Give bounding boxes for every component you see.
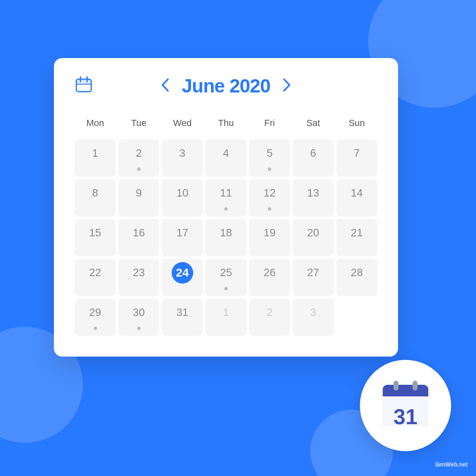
day-cell[interactable]: 10 [162, 179, 203, 216]
day-number: 19 [264, 226, 276, 239]
day-cell[interactable]: 23 [118, 259, 159, 296]
event-dot [268, 207, 271, 211]
svg-rect-7 [383, 391, 428, 396]
day-number: 3 [310, 306, 316, 319]
calendar-header: June 2020 [75, 75, 377, 97]
day-number: 12 [264, 187, 276, 199]
day-number: 7 [354, 147, 359, 160]
svg-text:31: 31 [393, 405, 418, 429]
day-cell[interactable]: 7 [336, 139, 377, 177]
day-number: 10 [176, 187, 188, 199]
day-cell[interactable]: 8 [75, 179, 116, 216]
day-cell[interactable]: 1 [205, 299, 246, 336]
day-number: 1 [92, 147, 98, 160]
event-dot [224, 287, 228, 290]
day-cell[interactable]: 31 [162, 299, 203, 336]
day-number: 13 [307, 187, 319, 199]
calendar-grid: MonTueWedThuFriSatSun1234567891011121314… [75, 114, 377, 336]
day-cell[interactable] [336, 299, 377, 336]
day-header: Thu [205, 114, 246, 137]
prev-month-button[interactable] [161, 78, 169, 94]
day-header: Fri [249, 114, 290, 137]
day-number: 8 [92, 187, 98, 199]
day-number: 27 [307, 266, 319, 279]
day-number: 30 [133, 306, 145, 319]
day-header: Sun [336, 114, 377, 137]
day-number: 26 [264, 266, 276, 279]
event-dot [137, 327, 141, 330]
day-number: 29 [89, 306, 101, 319]
day-cell[interactable]: 5 [249, 139, 290, 177]
svg-rect-10 [393, 381, 398, 391]
day-header: Mon [75, 114, 116, 137]
day-cell[interactable]: 13 [293, 179, 334, 216]
day-number: 20 [307, 226, 319, 239]
day-cell[interactable]: 25 [205, 259, 246, 296]
day-cell[interactable]: 18 [205, 219, 246, 256]
day-cell[interactable]: 6 [293, 139, 334, 177]
day-cell[interactable]: 11 [205, 179, 246, 216]
day-header: Tue [118, 114, 159, 137]
day-number: 2 [267, 306, 272, 319]
day-cell[interactable]: 29 [75, 299, 116, 336]
svg-rect-1 [76, 79, 91, 84]
day-number: 23 [133, 266, 145, 279]
day-number: 15 [89, 226, 101, 239]
day-cell[interactable]: 12 [249, 179, 290, 216]
day-cell[interactable]: 2 [118, 139, 159, 177]
day-cell[interactable]: 24 [162, 259, 203, 296]
day-cell[interactable]: 22 [75, 259, 116, 296]
day-number: 9 [136, 187, 141, 199]
day-header: Wed [162, 114, 203, 137]
event-dot [268, 168, 271, 171]
watermark: làmWeb.net [435, 461, 468, 468]
calendar-nav: June 2020 [161, 75, 291, 97]
next-month-button[interactable] [283, 78, 291, 94]
day-cell[interactable]: 2 [249, 299, 290, 336]
day-number: 3 [180, 147, 185, 160]
day-cell[interactable]: 27 [293, 259, 334, 296]
day-cell[interactable]: 16 [118, 219, 159, 256]
day-number: 21 [351, 226, 363, 239]
day-number: 31 [176, 306, 188, 319]
calendar-title: June 2020 [182, 75, 270, 97]
day-number: 28 [351, 266, 363, 279]
day-cell[interactable]: 19 [249, 219, 290, 256]
day-cell[interactable]: 3 [293, 299, 334, 336]
day-number: 1 [223, 306, 229, 319]
day-cell[interactable]: 9 [118, 179, 159, 216]
day-number: 4 [223, 147, 229, 160]
day-number: 17 [176, 226, 188, 239]
day-cell[interactable]: 21 [336, 219, 377, 256]
day-cell[interactable]: 15 [75, 219, 116, 256]
day-cell[interactable]: 1 [75, 139, 116, 177]
calendar-card: June 2020 MonTueWedThuFriSatSun123456789… [54, 58, 398, 357]
day-number: 25 [220, 266, 232, 279]
day-number: 14 [351, 187, 363, 199]
svg-rect-11 [413, 381, 418, 391]
event-dot [137, 168, 141, 171]
day-number: 5 [267, 147, 272, 160]
day-number: 18 [220, 226, 232, 239]
day-cell[interactable]: 17 [162, 219, 203, 256]
day-cell[interactable]: 4 [205, 139, 246, 177]
day-cell[interactable]: 26 [249, 259, 290, 296]
event-dot [94, 327, 97, 330]
calendar-icon [75, 75, 93, 97]
day-cell[interactable]: 20 [293, 219, 334, 256]
day-number: 22 [89, 266, 101, 279]
day-cell[interactable]: 30 [118, 299, 159, 336]
gcal-icon: 31 [379, 376, 432, 435]
day-header: Sat [293, 114, 334, 137]
day-cell[interactable]: 3 [162, 139, 203, 177]
day-cell[interactable]: 28 [336, 259, 377, 296]
day-number: 6 [310, 147, 316, 160]
event-dot [224, 207, 228, 211]
day-number: 2 [136, 147, 141, 160]
gcal-badge: 31 [360, 360, 451, 451]
day-number: 16 [133, 226, 145, 239]
day-number: 11 [220, 187, 232, 199]
day-number-today: 24 [172, 262, 193, 284]
day-cell[interactable]: 14 [336, 179, 377, 216]
